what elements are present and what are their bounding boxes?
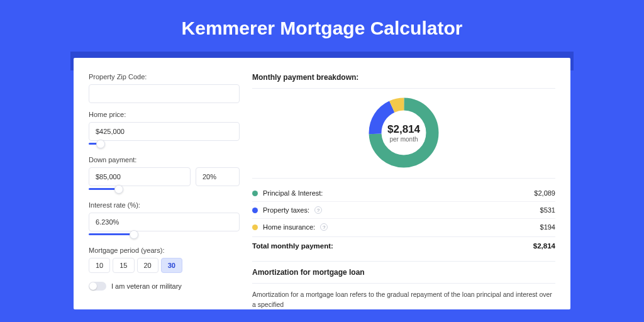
breakdown-column: Monthly payment breakdown: $2,814 per mo… [252,73,555,309]
down-payment-pct-input[interactable] [196,167,240,186]
form-column: Property Zip Code: Home price: Down paym… [89,73,240,309]
interest-rate-field: Interest rate (%): [89,201,240,239]
interest-rate-input[interactable] [89,213,240,231]
breakdown-rows: Principal & Interest:$2,089Property taxe… [252,185,555,235]
amortization-heading: Amortization for mortgage loan [252,268,555,277]
breakdown-label: Home insurance: [263,223,315,231]
period-option-20[interactable]: 20 [137,258,158,273]
help-icon[interactable]: ? [314,206,322,214]
donut-amount: $2,814 [387,123,420,136]
interest-rate-slider[interactable] [89,230,240,239]
breakdown-total-label: Total monthly payment: [252,242,333,250]
zip-label: Property Zip Code: [89,73,240,80]
period-options: 10152030 [89,258,240,273]
legend-dot [252,225,258,230]
home-price-slider[interactable] [89,140,240,148]
donut-center: $2,814 per month [366,95,441,170]
zip-input[interactable] [89,84,240,103]
breakdown-value: $194 [540,223,555,231]
down-payment-input[interactable] [89,167,191,186]
interest-rate-label: Interest rate (%): [89,201,240,209]
down-payment-field: Down payment: [89,156,240,194]
breakdown-total-value: $2,814 [533,242,555,250]
period-label: Mortgage period (years): [89,247,240,254]
legend-dot [252,208,258,213]
zip-field: Property Zip Code: [89,73,240,103]
breakdown-value: $2,089 [534,189,555,197]
donut-chart: $2,814 per month [366,95,441,170]
breakdown-value: $531 [540,206,555,214]
down-payment-label: Down payment: [89,156,240,164]
home-price-input[interactable] [89,122,240,141]
donut-wrap: $2,814 per month [252,95,555,170]
breakdown-heading: Monthly payment breakdown: [252,73,555,82]
breakdown-total-row: Total monthly payment: $2,814 [252,236,555,253]
breakdown-row: Principal & Interest:$2,089 [252,185,555,202]
page-title: Kemmerer Mortgage Calculator [0,0,644,52]
period-option-15[interactable]: 15 [113,258,134,273]
veteran-toggle[interactable] [89,282,106,291]
divider [252,261,555,262]
legend-dot [252,191,258,196]
divider [252,283,555,284]
home-price-field: Home price: [89,111,240,148]
veteran-row: I am veteran or military [89,282,240,291]
amortization-block: Amortization for mortgage loan Amortizat… [252,261,555,309]
calculator-card: Property Zip Code: Home price: Down paym… [74,58,570,309]
down-payment-slider[interactable] [89,185,240,194]
breakdown-label: Principal & Interest: [263,189,323,197]
divider [252,88,555,89]
home-price-label: Home price: [89,111,240,118]
help-icon[interactable]: ? [320,223,328,231]
donut-sublabel: per month [389,136,418,143]
period-field: Mortgage period (years): 10152030 [89,247,240,273]
breakdown-row: Property taxes:?$531 [252,202,555,219]
period-option-30[interactable]: 30 [161,258,182,273]
veteran-label: I am veteran or military [111,282,182,290]
amortization-text: Amortization for a mortgage loan refers … [252,290,555,309]
divider [252,178,555,179]
breakdown-label: Property taxes: [263,206,309,214]
period-option-10[interactable]: 10 [89,258,110,273]
breakdown-row: Home insurance:?$194 [252,219,555,235]
